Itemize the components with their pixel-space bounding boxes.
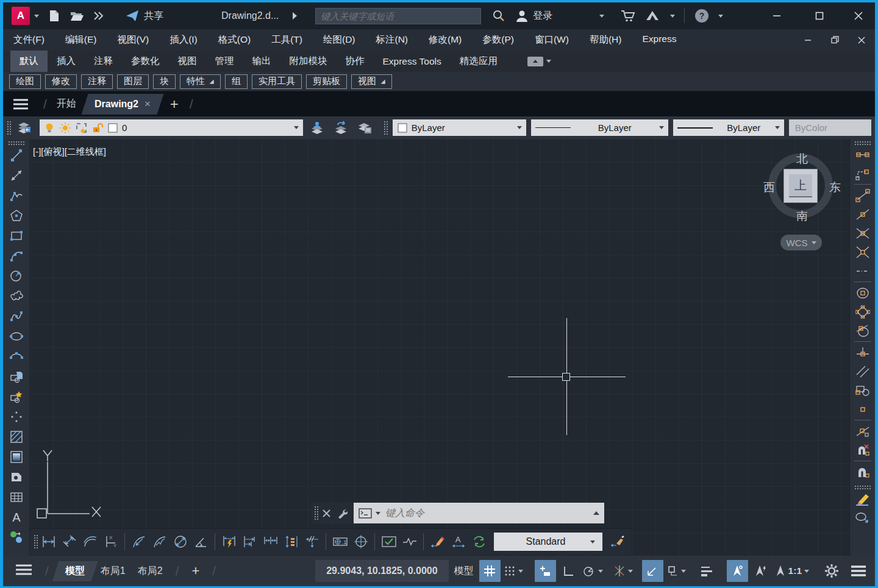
command-bar-grip[interactable]: [314, 506, 318, 520]
ribbon-panel-button[interactable]: 绘图: [9, 74, 41, 89]
customization-button[interactable]: [821, 560, 842, 582]
radius-dimension-button[interactable]: [129, 531, 149, 553]
object-snap-button[interactable]: [665, 560, 687, 582]
text-tool-button[interactable]: A: [6, 507, 27, 527]
snap-to-intersection-button[interactable]: [852, 224, 873, 243]
baseline-dimension-button[interactable]: [240, 531, 260, 553]
close-button[interactable]: [844, 2, 873, 29]
viewcube-top-face[interactable]: 上: [783, 169, 818, 203]
menu-item[interactable]: 标注(N): [366, 34, 419, 46]
snap-to-nearest-button[interactable]: [852, 422, 873, 441]
ribbon-tab[interactable]: 管理: [206, 51, 243, 72]
lasso-select-button[interactable]: [852, 508, 873, 527]
ribbon-panel-button[interactable]: 实用工具: [252, 74, 302, 89]
revision-cloud-tool-button[interactable]: [6, 286, 27, 306]
menu-item[interactable]: 修改(M): [418, 34, 472, 46]
menu-item[interactable]: Express: [632, 34, 687, 44]
ribbon-panel-button[interactable]: 视图: [351, 74, 392, 89]
minimize-button[interactable]: [763, 2, 791, 29]
auto-annotation-scale-button[interactable]: [750, 560, 771, 582]
gradient-tool-button[interactable]: [6, 447, 27, 467]
layer-select[interactable]: 0: [40, 119, 303, 136]
grid-display-button[interactable]: [479, 560, 501, 582]
viewcube-west-label[interactable]: 西: [763, 180, 775, 196]
menu-item[interactable]: 工具(T): [261, 34, 313, 46]
aligned-dimension-button[interactable]: [59, 531, 79, 553]
new-layout-button[interactable]: +: [186, 563, 206, 579]
isodraft-button[interactable]: [612, 560, 634, 582]
construction-line-tool-button[interactable]: [6, 165, 27, 185]
angular-dimension-button[interactable]: [191, 531, 211, 553]
lineweight-select[interactable]: ByLayer: [673, 119, 784, 136]
app-menu-caret-icon[interactable]: [30, 6, 43, 26]
ellipse-arc-tool-button[interactable]: [6, 346, 27, 366]
menu-item[interactable]: 文件(F): [3, 34, 55, 46]
toolbar-grip[interactable]: [7, 121, 11, 135]
arc-length-dimension-button[interactable]: [80, 531, 100, 553]
drawing-tab-active[interactable]: Drawing2 ×: [81, 94, 163, 115]
polyline-tool-button[interactable]: [6, 185, 27, 205]
snap-to-quadrant-button[interactable]: [852, 302, 873, 321]
second-toolbar-grip[interactable]: [854, 485, 871, 489]
hatch-tool-button[interactable]: [6, 427, 27, 447]
ribbon-panel-button[interactable]: 剪贴板: [306, 74, 347, 89]
drawing-tab-close-icon[interactable]: ×: [145, 98, 151, 110]
search-box[interactable]: [315, 8, 481, 24]
rectangle-tool-button[interactable]: [6, 225, 27, 246]
dimension-break-button[interactable]: [302, 531, 322, 553]
title-expand-icon[interactable]: [287, 6, 302, 26]
dimension-style-paint-button[interactable]: [607, 531, 627, 553]
help-icon[interactable]: ?: [690, 6, 714, 26]
insert-block-tool-button[interactable]: [6, 366, 27, 386]
ribbon-tab[interactable]: 协作: [337, 51, 374, 72]
edit-dimension-text-button[interactable]: A: [448, 531, 468, 553]
ribbon-panel-button[interactable]: 块: [153, 74, 176, 89]
ribbon-tab[interactable]: 输出: [243, 51, 280, 72]
dimension-update-button[interactable]: [469, 531, 489, 553]
new-file-icon[interactable]: [43, 6, 65, 26]
menu-item[interactable]: 编辑(E): [55, 34, 107, 46]
region-tool-button[interactable]: [6, 467, 27, 487]
ribbon-panel-button[interactable]: 特性: [180, 74, 221, 89]
viewport-controls[interactable]: [-][俯视][二维线框]: [33, 146, 106, 158]
osnap-settings-button[interactable]: [852, 462, 873, 481]
polar-tracking-button[interactable]: [581, 560, 604, 582]
point-tool-button[interactable]: [6, 406, 27, 427]
ribbon-tab[interactable]: 精选应用: [451, 51, 507, 72]
temporary-track-point-button[interactable]: [852, 145, 873, 164]
ribbon-panel-button[interactable]: 组: [225, 74, 248, 89]
ribbon-panel-button[interactable]: 修改: [45, 74, 77, 89]
layout-tab[interactable]: 布局1: [95, 565, 132, 578]
menu-item[interactable]: 绘图(D): [313, 34, 366, 46]
recent-commands-caret-icon[interactable]: [376, 512, 380, 515]
object-snap-tracking-button[interactable]: [642, 560, 663, 582]
menu-item[interactable]: 参数(P): [472, 34, 524, 46]
eraser-button[interactable]: [852, 489, 873, 508]
command-history-expand-icon[interactable]: [593, 511, 599, 515]
edit-dimension-button[interactable]: [427, 531, 448, 553]
snap-from-button[interactable]: [852, 164, 873, 183]
snap-none-button[interactable]: [852, 441, 873, 459]
circle-tool-button[interactable]: [6, 266, 27, 286]
snap-to-midpoint-button[interactable]: [852, 205, 873, 224]
ribbon-panel-button[interactable]: 图层: [117, 74, 149, 89]
linear-dimension-button[interactable]: [38, 531, 59, 553]
ribbon-panel-button[interactable]: 注释: [81, 74, 113, 89]
dynamic-input-button[interactable]: [535, 560, 556, 582]
diameter-dimension-button[interactable]: [170, 531, 190, 553]
snap-to-apparent-intersection-button[interactable]: [852, 243, 873, 261]
spline-tool-button[interactable]: [6, 306, 27, 326]
dimension-style-select[interactable]: Standard: [494, 533, 602, 551]
share-button[interactable]: 共享: [125, 9, 163, 23]
command-wrench-icon[interactable]: [334, 503, 350, 523]
command-input-field[interactable]: [354, 503, 604, 523]
snap-to-node-button[interactable]: [852, 400, 873, 419]
dimension-toolbar-grip[interactable]: [34, 534, 38, 549]
viewcube[interactable]: 上 北 南 西 东: [768, 154, 833, 218]
continue-dimension-button[interactable]: [260, 531, 280, 553]
divide-tool-button[interactable]: [6, 527, 27, 547]
signin-caret-icon[interactable]: [595, 6, 609, 26]
doc-close-button[interactable]: [848, 29, 875, 51]
ribbon-collapse-button[interactable]: [527, 51, 551, 72]
jogged-linear-button[interactable]: [399, 531, 419, 553]
